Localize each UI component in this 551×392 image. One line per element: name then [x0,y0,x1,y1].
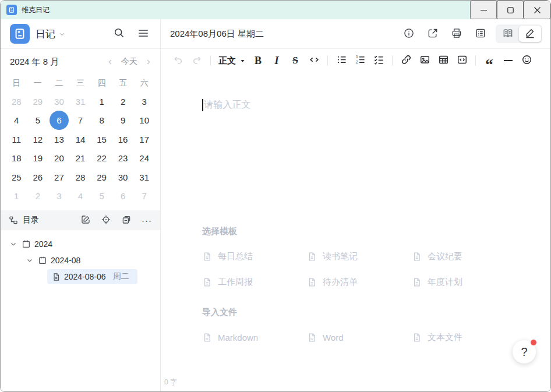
calendar-day[interactable]: 13 [48,130,70,149]
calendar-day[interactable]: 15 [91,130,112,149]
paragraph-style-dropdown[interactable]: 正文 [216,52,248,69]
template-item[interactable]: 每日总结 [202,251,307,262]
undo-button[interactable] [170,52,186,69]
calendar-day[interactable]: 30 [112,168,134,187]
ordered-list-button[interactable]: 12 [352,52,368,69]
chevron-down-icon[interactable] [59,31,65,37]
code-block-button[interactable] [454,52,470,69]
calendar-day[interactable]: 2 [27,187,49,206]
close-button[interactable] [524,1,550,19]
calendar-day[interactable]: 31 [133,168,155,187]
calendar-day[interactable]: 29 [27,92,49,111]
calendar-day[interactable]: 17 [133,130,155,149]
chevron-down-icon[interactable] [9,241,18,248]
calendar-day[interactable]: 31 [70,92,91,111]
calendar-day[interactable]: 1 [91,92,112,111]
calendar-day[interactable]: 25 [6,168,27,187]
calendar-day[interactable]: 5 [27,111,49,130]
tree-item-day[interactable]: 2024-08-06 周二 [1,269,160,285]
emoji-button[interactable] [518,52,535,69]
template-item[interactable]: 会议纪要 [412,251,517,262]
calendar-day[interactable]: 24 [133,149,155,168]
calendar-day[interactable]: 27 [48,168,70,187]
import-item[interactable]: WWord [307,332,412,343]
more-options-button[interactable]: ··· [142,216,152,225]
bold-button[interactable]: B [250,52,266,69]
maximize-button[interactable] [497,1,524,19]
notebook-logo-icon[interactable] [10,24,30,44]
calendar-day[interactable]: 20 [48,149,70,168]
image-button[interactable] [416,52,433,69]
task-list-button[interactable] [370,52,387,69]
italic-button[interactable]: I [269,52,285,69]
calendar-day[interactable]: 8 [91,111,112,130]
minimize-button[interactable] [470,1,497,19]
template-item[interactable]: 读书笔记 [307,251,412,262]
calendar-day[interactable]: 12 [27,130,49,149]
calendar-day[interactable]: 7 [133,187,155,206]
blockquote-button[interactable]: “ [481,52,497,69]
bullet-list-button[interactable] [333,52,349,69]
calendar-day[interactable]: 11 [6,130,27,149]
import-item[interactable]: 文本文件 [412,332,517,343]
calendar-day[interactable]: 26 [27,168,49,187]
tree-item-year[interactable]: 2024 [1,236,160,252]
locate-current-button[interactable] [101,214,111,227]
titlebar: 维克日记 [1,1,550,19]
notebook-name[interactable]: 日记 [36,27,55,41]
bold-icon: B [255,55,262,67]
template-item[interactable]: 待办清单 [307,277,412,288]
calendar-day[interactable]: 4 [6,111,27,130]
calendar-day[interactable]: 19 [27,149,49,168]
calendar-day[interactable]: 28 [6,92,27,111]
edit-mode-button[interactable] [519,26,541,42]
template-item[interactable]: 年度计划 [412,277,517,288]
calendar-day[interactable]: 10 [133,111,155,130]
calendar-day[interactable]: 6 [112,187,134,206]
tree-item-selected[interactable]: 2024-08-06 周二 [47,269,137,284]
calendar-day[interactable]: 21 [70,149,91,168]
calendar-day[interactable]: 3 [133,92,155,111]
calendar-day[interactable]: 16 [112,130,134,149]
outline-button[interactable] [475,27,486,41]
info-button[interactable] [403,27,415,41]
redo-button[interactable] [189,52,205,69]
strikethrough-button[interactable]: S [287,52,303,69]
calendar-day[interactable]: 4 [70,187,91,206]
template-item[interactable]: 工作周报 [202,277,307,288]
table-button[interactable] [435,52,451,69]
collapse-all-button[interactable] [121,214,132,227]
calendar-day[interactable]: 9 [112,111,134,130]
calendar-day[interactable]: 23 [112,149,134,168]
inline-code-button[interactable] [306,52,322,69]
prev-month-button[interactable] [107,58,114,66]
calendar-day[interactable]: 22 [91,149,112,168]
read-mode-button[interactable] [497,26,519,42]
calendar-day[interactable]: 2 [112,92,134,111]
calendar-day[interactable]: 7 [70,111,91,130]
calendar-day[interactable]: 3 [48,187,70,206]
search-button[interactable] [113,27,125,41]
help-button[interactable]: ? [513,340,536,363]
calendar-day[interactable]: 5 [91,187,112,206]
calendar-day[interactable]: 28 [70,168,91,187]
editor-area[interactable]: 请输入正文 选择模板 每日总结 读书笔记 会议纪要 工作周报 待办清单 年度计划… [161,72,550,392]
menu-button[interactable] [137,27,150,41]
export-button[interactable] [427,27,439,41]
calendar-day[interactable]: 14 [70,130,91,149]
horizontal-rule-button[interactable] [500,52,516,69]
tree-item-month[interactable]: 2024-08 [1,252,160,269]
calendar-day[interactable]: 18 [6,149,27,168]
print-button[interactable] [451,27,462,41]
calendar-day[interactable]: 29 [91,168,112,187]
today-button[interactable]: 今天 [121,56,137,67]
import-item[interactable]: MMarkdown [202,332,307,343]
chevron-down-icon[interactable] [25,257,34,264]
calendar-day[interactable]: 6 [48,111,70,130]
new-note-button[interactable] [80,214,91,227]
bullet-list-icon [336,54,347,67]
next-month-button[interactable] [144,58,152,66]
calendar-day[interactable]: 30 [48,92,70,111]
link-button[interactable] [398,52,414,69]
calendar-day[interactable]: 1 [6,187,27,206]
